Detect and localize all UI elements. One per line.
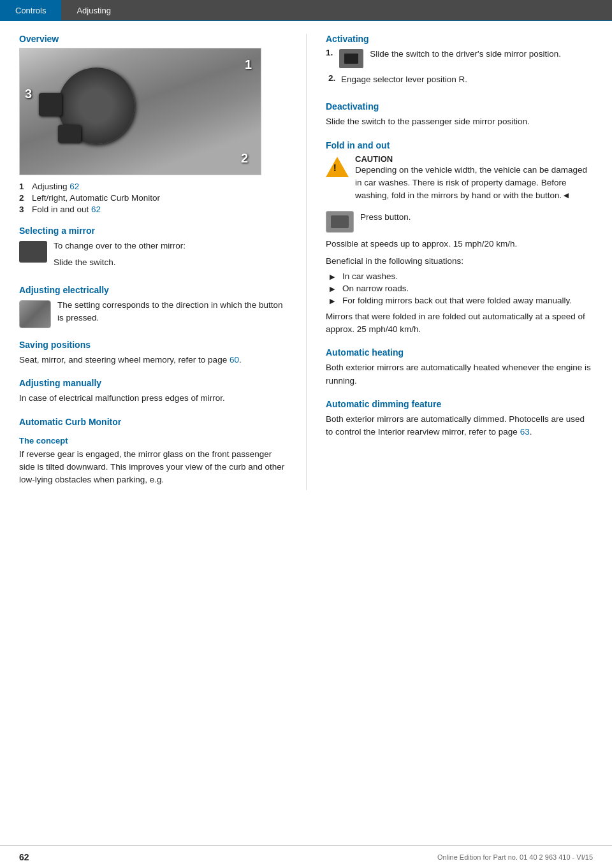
adj-man-text: In case of electrical malfunction press … [19,392,287,405]
auto-dimming-text1: Both exterior mirrors are automatically … [326,414,585,437]
auto-dimming-text2: . [530,427,532,437]
saving-text1: Seat, mirror, and steering wheel memory,… [19,355,227,365]
list-item-2: 2 Left/right, Automatic Curb Monitor [19,193,287,203]
possible-text: Possible at speeds up to approx. 15 mph/… [326,238,593,250]
step1-box: 1. Slide the switch to the driver's side… [326,48,593,68]
caution-box: ! CAUTION Depending on the vehicle width… [326,154,593,206]
col-divider [306,34,307,490]
item2-text: Left/right, Automatic Curb Monitor [32,193,160,203]
main-content: Overview 1 2 3 1 Adjusting 62 2 Left/rig… [0,21,612,516]
auto-heating-title: Automatic heating [326,347,593,358]
item3-link[interactable]: 62 [91,205,101,214]
item2-num: 2 [19,193,28,203]
saving-link[interactable]: 60 [229,355,239,365]
bullet-text-3: For folding mirrors back out that were f… [342,296,572,305]
list-item-3: 3 Fold in and out 62 [19,205,287,214]
footer-text: Online Edition for Part no. 01 40 2 963 … [437,853,593,861]
beneficial-text: Beneficial in the following situations: [326,255,593,268]
saving-title: Saving positions [19,340,287,350]
concept-text: If reverse gear is engaged, the mirror g… [19,448,287,487]
tab-adjusting[interactable]: Adjusting [61,0,126,20]
auto-curb-title: Automatic Curb Monitor [19,417,287,427]
num-list: 1 Adjusting 62 2 Left/right, Automatic C… [19,182,287,214]
adj-elec-title: Adjusting electrically [19,285,287,295]
bullet-list: ▶ In car washes. ▶ On narrow roads. ▶ Fo… [330,271,593,305]
bullet-1: ▶ In car washes. [330,271,593,281]
step1-icon-inner [344,54,358,64]
bullet-3: ▶ For folding mirrors back out that were… [330,296,593,305]
item3-num: 3 [19,205,28,214]
step1-num-label: 1. [326,48,333,57]
overview-title: Overview [19,34,287,44]
adj-elec-icon [19,300,51,328]
caution-exclaim: ! [333,163,337,172]
overview-image: 1 2 3 [19,48,261,175]
tab-adjusting-label: Adjusting [76,6,110,15]
selecting-p2: Slide the switch. [54,256,186,269]
item1-link[interactable]: 62 [69,182,79,191]
step2-text: Engage selector lever position R. [341,73,467,86]
caution-icon: ! [326,156,349,178]
selecting-icon-box: To change over to the other mirror: Slid… [19,240,287,273]
concept-title: The concept [19,436,287,445]
saving-text2: . [239,355,242,365]
bullet-text-2: On narrow roads. [342,284,409,293]
bullet-arrow-1: ▶ [330,273,337,281]
item1-text: Adjusting 62 [32,182,79,191]
saving-text: Seat, mirror, and steering wheel memory,… [19,354,287,366]
adj-man-title: Adjusting manually [19,378,287,388]
tab-controls[interactable]: Controls [0,0,61,20]
footer: 62 Online Edition for Part no. 01 40 2 9… [0,845,612,868]
press-btn-box: Press button. [326,211,593,233]
adj-elec-icon-box: The setting corresponds to the direction… [19,299,287,329]
step1-text: Slide the switch to the driver's side mi… [370,48,561,61]
switch-icon [19,241,47,263]
bullet-2: ▶ On narrow roads. [330,284,593,293]
deactivating-title: Deactivating [326,101,593,112]
tab-controls-label: Controls [15,6,46,15]
bullet-arrow-2: ▶ [330,285,337,293]
deactivating-text: Slide the switch to the passenger side m… [326,115,593,128]
page-number: 62 [19,852,29,862]
press-text: Press button. [360,211,411,224]
bullet-text-1: In car washes. [342,271,398,281]
caution-label: CAUTION [355,154,593,164]
step2-box: 2. Engage selector lever position R. [328,73,593,90]
right-column: Activating 1. Slide the switch to the dr… [326,34,593,490]
auto-dimming-text: Both exterior mirrors are automatically … [326,413,593,439]
step2-num: 2. [328,73,337,90]
step1-icon [339,49,363,68]
auto-heating-text: Both exterior mirrors are automatically … [326,361,593,387]
selecting-title: Selecting a mirror [19,226,287,236]
activating-title: Activating [326,34,593,44]
caution-body: Depending on the vehicle width, the vehi… [355,164,593,203]
list-item-1: 1 Adjusting 62 [19,182,287,191]
header: Controls Adjusting [0,0,612,20]
selecting-p1: To change over to the other mirror: [54,240,186,252]
selecting-text: To change over to the other mirror: Slid… [54,240,186,273]
left-column: Overview 1 2 3 1 Adjusting 62 2 Left/rig… [19,34,287,490]
press-btn-inner [331,215,349,228]
adj-elec-text: The setting corresponds to the direction… [57,299,287,325]
caution-triangle [326,157,349,177]
auto-dimming-link[interactable]: 63 [520,427,530,437]
mirrors-text: Mirrors that were folded in are folded o… [326,310,593,336]
item3-text: Fold in and out 62 [32,205,101,214]
fold-title: Fold in and out [326,140,593,150]
bullet-arrow-3: ▶ [330,297,337,305]
auto-dimming-title: Automatic dimming feature [326,399,593,409]
press-btn-icon [326,211,354,233]
caution-text-block: CAUTION Depending on the vehicle width, … [355,154,593,206]
item1-num: 1 [19,182,28,191]
